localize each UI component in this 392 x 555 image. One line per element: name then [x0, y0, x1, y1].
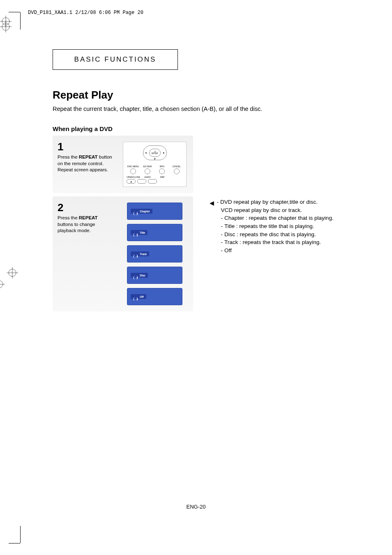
- osd-off: Off: [127, 288, 182, 305]
- osd-title: Title: [127, 224, 182, 241]
- remote-control-graphic: ◂ ⏎ ENTER ▸ ▾ DISC MENU EZ VIEW: [123, 142, 187, 187]
- repeat-icon: [133, 252, 138, 256]
- section-label: When playing a DVD: [53, 125, 348, 132]
- step-panel-2: 2 Press the REPEAT buttons to change pla…: [53, 196, 193, 311]
- step-number: 2: [58, 201, 112, 214]
- osd-track: Track: [127, 245, 182, 263]
- crop-mark: [9, 526, 20, 543]
- repeat-icon: [133, 210, 138, 213]
- osd-chapter: Chapter: [127, 203, 182, 220]
- tab-label: BASIC FUNCTIONS: [74, 55, 157, 63]
- page-subtitle: Repeat the current track, chapter, title…: [53, 105, 348, 113]
- print-header: DVD_P181_XAA1.1 2/12/08 6:06 PM Page 20: [28, 10, 143, 16]
- repeat-icon: [133, 274, 138, 277]
- page-number: ENG-20: [187, 504, 206, 510]
- step-number: 1: [58, 140, 112, 153]
- osd-disc: Disc: [127, 267, 182, 284]
- pointer-icon: ◀: [210, 199, 214, 254]
- registration-mark: [0, 16, 392, 27]
- step-panel-1: 1 Press the REPEAT button on the remote …: [53, 136, 193, 193]
- section-tab: BASIC FUNCTIONS: [53, 49, 178, 70]
- page-title: Repeat Play: [53, 89, 348, 101]
- repeat-icon: [133, 295, 138, 298]
- step-description: Press the REPEAT button on the remote co…: [58, 154, 112, 173]
- info-block: ◀ -DVD repeat play by chapter,title or d…: [210, 198, 348, 254]
- step-description: Press the REPEAT buttons to change playb…: [58, 215, 112, 234]
- repeat-icon: [133, 231, 138, 234]
